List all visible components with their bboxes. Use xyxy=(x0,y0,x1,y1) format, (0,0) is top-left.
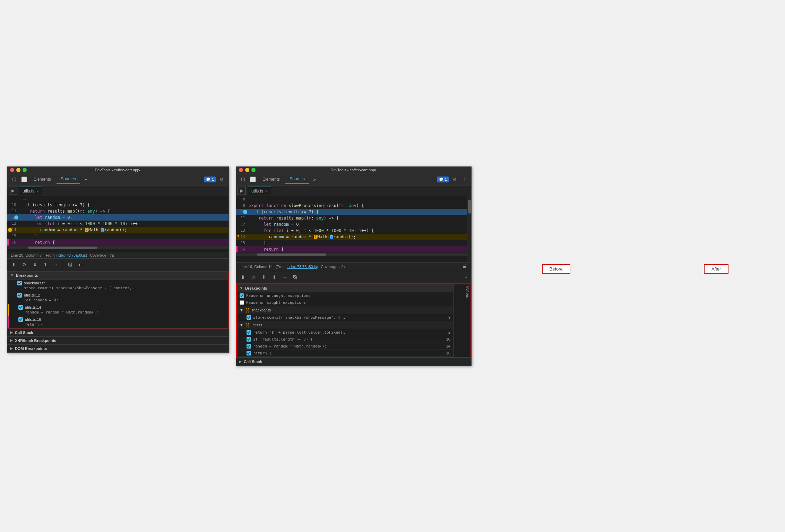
call-stack-section-right[interactable]: ▶ Call Stack xyxy=(236,358,471,366)
bp-utils14-checkbox-left[interactable] xyxy=(18,305,23,310)
bp-utils16-code-left: return { xyxy=(18,322,225,327)
pause-exceptions-btn-left[interactable]: ⏯ xyxy=(76,260,85,269)
right-title-bar: DevTools - coffee-cart.app/ xyxy=(236,167,471,173)
cursor-icon-right[interactable]: ⬡ xyxy=(239,175,247,183)
code-line-14-right[interactable]: ? 14 random = random * ?Math.Drandom(); xyxy=(236,234,467,240)
call-stack-section-left[interactable]: ▶ Call Stack xyxy=(7,328,228,336)
close-tab-left[interactable]: × xyxy=(36,189,38,193)
cursor-icon[interactable]: ⬡ xyxy=(10,175,18,183)
messages-badge-right[interactable]: 💬 1 xyxy=(437,177,449,182)
device-icon-right[interactable]: ⬜ xyxy=(249,175,257,183)
minimize-button-right[interactable] xyxy=(245,168,249,172)
bp-utils12-checkbox-left[interactable] xyxy=(17,293,22,298)
breakpoints-header-left[interactable]: ▼ Breakpoints xyxy=(8,272,228,280)
more-tabs-icon[interactable]: » xyxy=(81,175,90,183)
code-line-15-left[interactable]: 15 } xyxy=(7,233,228,239)
close-button-right[interactable] xyxy=(239,168,243,172)
code-line-10-right[interactable]: 10 if (results.length >= 7) { xyxy=(236,209,467,215)
code-line-13-right[interactable]: 13 for (let i = 0; i < 1000 * 1000 * 10;… xyxy=(236,228,467,234)
tab-sources-right[interactable]: Sources xyxy=(285,174,309,184)
code-line-11-left[interactable]: 11 return results.map((r: any) => { xyxy=(7,208,228,214)
code-line-16-left[interactable]: 16 return { xyxy=(7,239,228,246)
pause-btn-left[interactable]: ⏸ xyxy=(10,260,18,269)
maximize-button-right[interactable] xyxy=(251,168,256,172)
left-title: DevTools - coffee-cart.app/ xyxy=(27,168,208,172)
device-icon[interactable]: ⬜ xyxy=(20,175,28,183)
settings-icon-right[interactable]: ⚙ xyxy=(450,175,459,183)
maximize-button[interactable] xyxy=(23,168,27,172)
breakpoints-header-right[interactable]: ▼ Breakpoints xyxy=(237,284,453,292)
step-into-btn-left[interactable]: ⬇ xyxy=(31,260,39,269)
source-link-right[interactable]: index-73f73a80.js xyxy=(287,265,317,269)
minimize-button[interactable] xyxy=(16,168,20,172)
right-devtools-panel: DevTools - coffee-cart.app/ ⬡ ⬜ Elements… xyxy=(236,166,472,366)
bp-utils12-name-left[interactable]: utils.ts:12 xyxy=(24,293,40,297)
continue-btn-right[interactable]: → xyxy=(281,273,289,281)
toggle-sidebar-right[interactable]: ▶ xyxy=(238,187,246,195)
bp-snackbar-name-left[interactable]: snackbar.ts:9 xyxy=(24,281,46,285)
utils-group-header-right[interactable]: ▼ {·} utils.ts xyxy=(237,321,453,329)
code-line-13-left[interactable]: 13 for (let i = 0; i < 1000 * 1000 * 10;… xyxy=(7,221,228,227)
source-link-left[interactable]: index-73f73a80.js xyxy=(56,253,86,257)
step-out-btn-right[interactable]: ⬆ xyxy=(270,273,278,281)
vertical-scrollbar-right[interactable] xyxy=(467,196,471,262)
xhr-section-left[interactable]: ▶ XHR/fetch Breakpoints xyxy=(7,336,228,344)
toggle-sidebar-left[interactable]: ▶ xyxy=(9,187,17,195)
bp-utils16-checkbox-right[interactable] xyxy=(247,351,251,355)
deactivate-btn-left[interactable] xyxy=(66,260,74,269)
dom-section-left[interactable]: ▶ DOM Breakpoints xyxy=(7,344,228,352)
bp-snackbar-checkbox-left[interactable] xyxy=(17,281,22,285)
bp-utils14-code-right: random = random * Math.random(); xyxy=(253,344,444,349)
bp-utils10-checkbox-right[interactable] xyxy=(247,337,251,342)
step-over-btn-right[interactable]: ⟳ xyxy=(249,273,258,281)
code-line-10-left[interactable]: 10 if (results.length >= 7) { xyxy=(7,202,228,208)
more-options-icon-right[interactable]: ⋮ xyxy=(460,175,468,183)
bp-utils2-checkbox-right[interactable] xyxy=(247,330,251,335)
code-line-8-right[interactable]: 8 xyxy=(236,196,467,203)
utils-tab-name-left: utils.ts xyxy=(23,189,34,194)
messages-badge-left[interactable]: 💬 1 xyxy=(204,177,216,182)
snackbar-group-header-right[interactable]: ▼ {·} snackbar.ts xyxy=(237,306,453,314)
code-line-11-right[interactable]: 11 return results.map((r: any) => { xyxy=(236,215,467,221)
bp-snackbar-checkbox-right[interactable] xyxy=(247,315,251,320)
bp-item-utils14-left: utils.ts:14 random = random * Math.rando… xyxy=(8,304,228,316)
bp-uncaught-checkbox-right[interactable] xyxy=(240,293,244,298)
bp-utils16-checkbox-left[interactable] xyxy=(18,317,23,322)
code-line-12-left[interactable]: 12 let random = 0; xyxy=(7,214,228,221)
deactivate-btn-right[interactable] xyxy=(291,273,299,281)
bp-snackbar-line-right: 9 xyxy=(448,315,450,319)
close-button[interactable] xyxy=(10,168,14,172)
code-line-12-right[interactable]: 12 let random = 0; xyxy=(236,221,467,228)
tab-elements-right[interactable]: Elements xyxy=(258,175,284,184)
code-line-15-right[interactable]: 15 } xyxy=(236,240,467,246)
more-tabs-icon-right[interactable]: » xyxy=(310,175,319,183)
tab-sources-left[interactable]: Sources xyxy=(57,174,80,184)
bp-utils14-name-left[interactable]: utils.ts:14 xyxy=(25,305,41,309)
message-icon-left: 💬 xyxy=(206,177,211,182)
bp-caught-label-right: Pause on caught exceptions xyxy=(246,300,450,305)
expand-more-right[interactable]: » xyxy=(464,274,468,280)
bp-utils10-code-right: if (results.length >= 7) { xyxy=(253,337,444,342)
code-line-16-right[interactable]: 16 return { xyxy=(236,246,467,252)
bp-utils14-checkbox-right[interactable] xyxy=(247,344,251,349)
horizontal-scrollbar-right[interactable] xyxy=(236,253,467,256)
step-into-btn-right[interactable]: ⬇ xyxy=(260,273,268,281)
continue-btn-left[interactable]: → xyxy=(52,260,60,269)
format-icon-right[interactable] xyxy=(462,264,468,270)
from-text-left: (From index-73f73a80.js) xyxy=(44,253,87,257)
bp-utils16-name-left[interactable]: utils.ts:16 xyxy=(25,317,41,321)
bp-caught-checkbox-right[interactable] xyxy=(240,300,244,305)
horizontal-scrollbar-left[interactable] xyxy=(7,246,228,249)
utils-tab-left[interactable]: utils.ts × xyxy=(19,187,42,195)
tab-elements-left[interactable]: Elements xyxy=(29,175,55,184)
settings-icon-left[interactable]: ⚙ xyxy=(217,175,226,183)
step-out-btn-left[interactable]: ⬆ xyxy=(41,260,50,269)
close-tab-right[interactable]: × xyxy=(265,189,267,193)
code-line-14-left[interactable]: ? 14 random = random * ?Math.Drandom(); xyxy=(7,227,228,233)
pause-btn-right[interactable]: ⏸ xyxy=(239,273,247,281)
bp-item-utils16-left: utils.ts:16 return { xyxy=(8,316,228,328)
utils-tab-right[interactable]: utils.ts × xyxy=(248,187,271,195)
code-line-9-right[interactable]: 9 export function slowProcessing(results… xyxy=(236,203,467,209)
step-over-btn-left[interactable]: ⟳ xyxy=(20,260,29,269)
bp-snackbar-code-right: store.commit('snackbar/showMessage', { … xyxy=(253,315,446,320)
